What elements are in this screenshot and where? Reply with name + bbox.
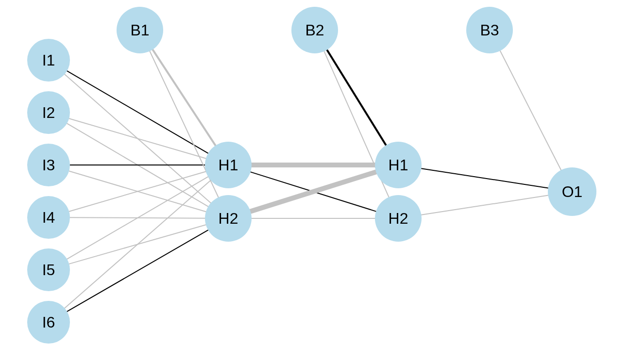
node-O1: O1 xyxy=(548,167,596,216)
node-H1a: H1 xyxy=(205,142,252,188)
node-B3: B3 xyxy=(466,7,513,53)
node-I1: I1 xyxy=(27,39,70,82)
node-label-I5: I5 xyxy=(42,261,55,279)
node-label-I6: I6 xyxy=(42,313,55,331)
node-label-I3: I3 xyxy=(42,156,55,174)
edges-group xyxy=(65,49,561,312)
edge-I2-H1a xyxy=(69,118,206,158)
node-label-B3: B3 xyxy=(480,21,499,39)
node-I2: I2 xyxy=(27,91,70,134)
edge-I6-H2a xyxy=(67,230,208,312)
edge-H2b-O1 xyxy=(421,196,548,215)
node-label-I2: I2 xyxy=(42,104,55,121)
node-label-I1: I1 xyxy=(42,51,55,69)
node-label-H1a: H1 xyxy=(219,156,238,174)
edge-B1-H1a xyxy=(153,49,215,146)
node-H2b: H2 xyxy=(375,195,422,242)
node-B2: B2 xyxy=(291,7,338,53)
edge-B2-H1b xyxy=(327,50,386,145)
node-I3: I3 xyxy=(27,144,70,186)
node-B1: B1 xyxy=(117,7,163,53)
neural-network-diagram: I1I2I3I4I5I6B1H1H2B2H1H2B3O1 xyxy=(0,0,644,362)
node-I6: I6 xyxy=(27,301,70,344)
node-label-H1b: H1 xyxy=(389,156,408,174)
edge-I1-H1a xyxy=(67,71,208,153)
node-I5: I5 xyxy=(27,248,70,291)
node-label-H2a: H2 xyxy=(219,210,238,227)
edge-B3-O1 xyxy=(500,51,561,170)
node-H2a: H2 xyxy=(205,195,252,242)
edge-I6-H1a xyxy=(65,181,211,308)
node-H1b: H1 xyxy=(375,142,422,188)
nodes-group: I1I2I3I4I5I6B1H1H2B2H1H2B3O1 xyxy=(27,7,596,344)
node-I4: I4 xyxy=(27,196,70,239)
node-label-I4: I4 xyxy=(42,209,55,226)
node-label-B1: B1 xyxy=(130,21,149,39)
node-label-H2b: H2 xyxy=(389,210,408,227)
edge-H1b-O1 xyxy=(421,168,548,188)
node-label-B2: B2 xyxy=(305,21,324,39)
node-label-O1: O1 xyxy=(562,183,583,200)
